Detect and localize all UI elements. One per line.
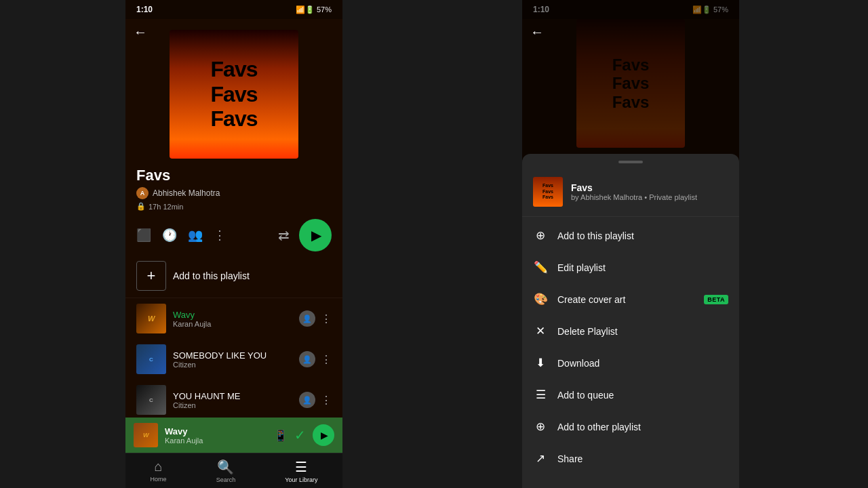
delete-icon: ✕ bbox=[533, 324, 548, 338]
control-icons: ⬛ 🕐 👥 ⋮ bbox=[136, 228, 226, 243]
nav-home[interactable]: ⌂ Home bbox=[151, 459, 167, 483]
nav-library[interactable]: ☰ Your Library bbox=[285, 459, 317, 483]
share-icon: ↗ bbox=[533, 451, 548, 466]
back-button-right[interactable]: ← bbox=[530, 24, 544, 40]
menu-item-edit-playlist[interactable]: ✏️ Edit playlist bbox=[522, 251, 739, 283]
song-thumb-citizen2: C bbox=[136, 385, 166, 415]
np-devices-icon[interactable]: 📱 bbox=[274, 429, 288, 442]
song-item[interactable]: W Wavy Karan Aujla 👤 ⋮ bbox=[125, 298, 342, 339]
playlist-cover-left: FavsFavsFavs bbox=[170, 30, 298, 159]
song-artist-haunt: Citizen bbox=[173, 401, 292, 409]
edit-icon: ✏️ bbox=[533, 260, 548, 274]
nav-home-label: Home bbox=[151, 476, 167, 483]
song-user-icon-2: 👤 bbox=[299, 351, 315, 367]
context-info: Favs by Abhishek Malhotra • Private play… bbox=[571, 182, 697, 201]
song-more-icon-2[interactable]: ⋮ bbox=[321, 353, 332, 366]
create-cover-label: Create cover art bbox=[557, 294, 694, 305]
download-icon: ⬇ bbox=[533, 356, 548, 370]
song-user-icon: 👤 bbox=[299, 310, 315, 327]
add-to-queue-label: Add to queue bbox=[557, 390, 728, 401]
menu-item-add-to-queue[interactable]: ☰ Add to queue bbox=[522, 379, 739, 411]
add-playlist-icon: ⊕ bbox=[533, 228, 548, 243]
play-button[interactable]: ▶ bbox=[299, 219, 332, 251]
context-thumb: FavsFavsFavs bbox=[533, 177, 563, 207]
np-controls: 📱 ✓ ▶ bbox=[274, 424, 334, 446]
clock-icon[interactable]: 🕐 bbox=[162, 228, 177, 243]
np-play-icon: ▶ bbox=[321, 430, 328, 441]
share-label: Share bbox=[557, 453, 728, 464]
song-artist-wavy: Karan Aujla bbox=[173, 320, 292, 328]
menu-item-share[interactable]: ↗ Share bbox=[522, 443, 739, 474]
author-name: Abhishek Malhotra bbox=[153, 188, 220, 198]
song-title-wavy: Wavy bbox=[173, 310, 292, 320]
add-plus-icon: + bbox=[136, 261, 166, 291]
nav-library-label: Your Library bbox=[285, 476, 317, 483]
search-icon: 🔍 bbox=[217, 459, 234, 475]
np-play-button[interactable]: ▶ bbox=[313, 424, 334, 446]
song-thumb-citizen: C bbox=[136, 344, 166, 374]
playlist-duration: 🔒 17h 12min bbox=[125, 202, 342, 216]
home-icon: ⌂ bbox=[154, 459, 162, 474]
edit-playlist-label: Edit playlist bbox=[557, 262, 728, 273]
song-actions-haunt: 👤 ⋮ bbox=[299, 392, 332, 408]
cover-art-icon: 🎨 bbox=[533, 292, 548, 306]
context-menu: FavsFavsFavs Favs by Abhishek Malhotra •… bbox=[522, 154, 739, 488]
playlist-meta: A Abhishek Malhotra bbox=[125, 187, 342, 202]
song-title-haunt: YOU HAUNT ME bbox=[173, 391, 292, 401]
nav-search[interactable]: 🔍 Search bbox=[216, 459, 236, 483]
drag-handle bbox=[618, 161, 643, 163]
queue-icon: ☰ bbox=[533, 388, 548, 402]
add-playlist-label: Add to this playlist bbox=[557, 230, 728, 241]
menu-item-download[interactable]: ⬇ Download bbox=[522, 347, 739, 379]
bottom-nav-left: ⌂ Home 🔍 Search ☰ Your Library bbox=[125, 453, 342, 488]
np-thumb: W bbox=[134, 423, 158, 447]
menu-item-add-other-playlist[interactable]: ⊕ Add to other playlist bbox=[522, 411, 739, 443]
more-options-icon[interactable]: ⋮ bbox=[214, 228, 226, 243]
add-to-playlist-row[interactable]: + Add to this playlist bbox=[125, 254, 342, 298]
other-playlist-icon: ⊕ bbox=[533, 420, 548, 434]
now-playing-bar[interactable]: W Wavy Karan Aujla 📱 ✓ ▶ bbox=[125, 418, 342, 453]
controls-row: ⬛ 🕐 👥 ⋮ ⇄ ▶ bbox=[125, 216, 342, 254]
play-icon: ▶ bbox=[311, 227, 321, 243]
status-bar-left: 1:10 📶🔋 57% bbox=[125, 0, 342, 19]
context-menu-header: FavsFavsFavs Favs by Abhishek Malhotra •… bbox=[522, 171, 739, 217]
song-title-somebody: SOMEBODY LIKE YOU bbox=[173, 350, 292, 361]
download-label: Download bbox=[557, 358, 728, 369]
song-info-somebody: SOMEBODY LIKE YOU Citizen bbox=[173, 350, 292, 369]
add-other-playlist-label: Add to other playlist bbox=[557, 422, 728, 432]
np-check-icon[interactable]: ✓ bbox=[294, 427, 306, 443]
right-phone: 1:10 📶🔋 57% ← FavsFavsFavs FavsFavsFavs … bbox=[522, 0, 739, 488]
song-actions-wavy: 👤 ⋮ bbox=[299, 310, 332, 327]
menu-item-delete-playlist[interactable]: ✕ Delete Playlist bbox=[522, 315, 739, 347]
playlist-title-left: Favs bbox=[125, 167, 342, 187]
menu-item-add-to-playlist[interactable]: ⊕ Add to this playlist bbox=[522, 220, 739, 251]
download-control-icon[interactable]: ⬛ bbox=[136, 228, 151, 243]
np-info: Wavy Karan Aujla bbox=[165, 426, 267, 445]
nav-search-label: Search bbox=[216, 476, 236, 483]
context-playlist-name: Favs bbox=[571, 182, 697, 193]
np-artist: Karan Aujla bbox=[165, 436, 267, 445]
song-thumb-wavy: W bbox=[136, 304, 166, 333]
author-avatar: A bbox=[136, 187, 149, 199]
shuffle-icon[interactable]: ⇄ bbox=[278, 227, 290, 243]
song-more-icon-3[interactable]: ⋮ bbox=[321, 394, 332, 407]
library-icon: ☰ bbox=[295, 459, 307, 475]
add-to-playlist-label: Add to this playlist bbox=[173, 270, 250, 281]
duration-text: 17h 12min bbox=[149, 203, 183, 211]
menu-item-create-cover[interactable]: 🎨 Create cover art BETA bbox=[522, 283, 739, 315]
song-item-somebody[interactable]: C SOMEBODY LIKE YOU Citizen 👤 ⋮ bbox=[125, 339, 342, 380]
delete-playlist-label: Delete Playlist bbox=[557, 326, 728, 337]
back-button-left[interactable]: ← bbox=[134, 24, 147, 40]
song-more-icon[interactable]: ⋮ bbox=[321, 312, 332, 325]
song-item-haunt[interactable]: C YOU HAUNT ME Citizen 👤 ⋮ bbox=[125, 380, 342, 420]
people-icon[interactable]: 👥 bbox=[188, 228, 203, 243]
song-info-wavy: Wavy Karan Aujla bbox=[173, 310, 292, 328]
song-artist-somebody: Citizen bbox=[173, 361, 292, 369]
time-left: 1:10 bbox=[136, 5, 153, 14]
song-user-icon-3: 👤 bbox=[299, 392, 315, 408]
song-info-haunt: YOU HAUNT ME Citizen bbox=[173, 391, 292, 409]
song-actions-somebody: 👤 ⋮ bbox=[299, 351, 332, 367]
left-phone: 1:10 📶🔋 57% ← FavsFavsFavs Favs A Abhish… bbox=[125, 0, 342, 488]
status-icons-left: 📶🔋 57% bbox=[296, 5, 332, 14]
lock-icon: 🔒 bbox=[136, 202, 146, 211]
